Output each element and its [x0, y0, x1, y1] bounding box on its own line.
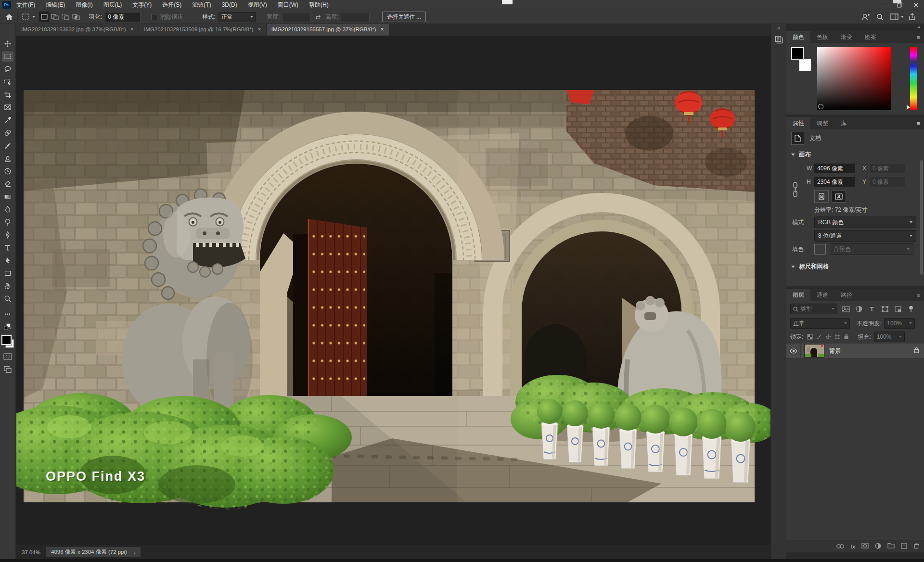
canvas-height-input[interactable]: 2304 像素: [814, 177, 855, 187]
tab-channels[interactable]: 通道: [810, 289, 834, 301]
subtract-from-selection-button[interactable]: [60, 12, 71, 22]
home-icon[interactable]: [4, 12, 14, 22]
chevron-right-icon[interactable]: ›: [134, 549, 136, 555]
pen-tool[interactable]: [2, 230, 13, 240]
select-and-mask-button[interactable]: 选择并遮住 ...: [382, 12, 425, 22]
spot-healing-brush-tool[interactable]: [2, 128, 13, 138]
brush-tool[interactable]: [2, 140, 13, 151]
tab-color[interactable]: 颜色: [786, 31, 810, 43]
hue-slider[interactable]: [910, 47, 917, 110]
foreground-color-swatch[interactable]: [1, 335, 12, 345]
path-selection-tool[interactable]: [2, 255, 13, 266]
tab-swatches[interactable]: 色板: [810, 31, 834, 43]
search-icon[interactable]: [874, 12, 885, 22]
new-selection-button[interactable]: [39, 12, 50, 22]
portrait-orientation-button[interactable]: [814, 190, 829, 203]
link-layers-icon[interactable]: [836, 543, 844, 550]
fill-contents-dropdown[interactable]: 背景色: [830, 243, 913, 255]
tab-patterns[interactable]: 图案: [859, 31, 883, 43]
swap-width-height-icon[interactable]: ⇄: [313, 12, 323, 22]
tab-libraries[interactable]: 库: [834, 117, 853, 129]
clone-stamp-tool[interactable]: [2, 153, 13, 164]
menu-type[interactable]: 文字(Y): [127, 0, 157, 10]
filter-pixel-layers-icon[interactable]: [841, 305, 850, 314]
layer-thumbnail[interactable]: [804, 344, 824, 358]
tab-paths[interactable]: 路径: [834, 289, 859, 301]
dodge-tool[interactable]: [2, 217, 13, 227]
properties-scrollbar[interactable]: [920, 160, 923, 275]
canvas-area[interactable]: OPPO Find X3 OPPO Find X3: [16, 36, 770, 545]
blend-mode-dropdown[interactable]: 正常: [790, 318, 850, 329]
collapse-panels-icon[interactable]: »: [917, 24, 920, 30]
lock-artboard-icon[interactable]: [833, 332, 842, 342]
panel-menu-icon[interactable]: ≡: [916, 289, 924, 301]
share-icon[interactable]: [907, 12, 917, 22]
menu-window[interactable]: 窗口(W): [272, 0, 304, 10]
tab-gradients[interactable]: 渐变: [834, 31, 859, 43]
document-tab-3-active[interactable]: IMG20210329155557.jpg @ 37%(RGB/8*) ×: [267, 23, 389, 36]
hue-slider-arrow[interactable]: [907, 105, 910, 110]
blur-tool[interactable]: [2, 204, 13, 215]
open-image-document[interactable]: OPPO Find X3 OPPO Find X3: [24, 90, 755, 502]
document-tab-2[interactable]: IMG20210329153509.jpg @ 16.7%(RGB/8*) ×: [139, 23, 267, 36]
layer-filter-type-dropdown[interactable]: 类型: [790, 304, 837, 314]
hand-tool[interactable]: [2, 281, 13, 291]
document-info-field[interactable]: 4096 像素 x 2304 像素 (72 ppi) ›: [46, 547, 141, 557]
menu-image[interactable]: 图像(I): [70, 0, 98, 10]
antialias-checkbox[interactable]: [151, 14, 157, 20]
add-to-selection-button[interactable]: [50, 12, 60, 22]
photo-canvas-image[interactable]: OPPO Find X3 OPPO Find X3: [24, 90, 755, 502]
canvas-width-input[interactable]: 4096 像素: [814, 164, 855, 173]
filter-type-layers-icon[interactable]: T: [867, 305, 876, 314]
feather-input[interactable]: 0 像素: [105, 12, 141, 22]
frame-tool[interactable]: [2, 102, 13, 113]
menu-3d[interactable]: 3D(D): [217, 0, 243, 10]
foreground-background-swatches[interactable]: [1, 335, 14, 348]
lock-pixels-icon[interactable]: [814, 332, 823, 342]
default-swap-colors-icon[interactable]: [2, 322, 13, 332]
color-saturation-field[interactable]: [817, 47, 891, 110]
lock-all-icon[interactable]: [842, 332, 851, 342]
lock-transparency-icon[interactable]: [805, 332, 814, 342]
close-icon[interactable]: ×: [380, 27, 384, 32]
marquee-tool-preset-icon[interactable]: [21, 12, 31, 22]
new-layer-icon[interactable]: [901, 543, 907, 550]
eraser-tool[interactable]: [2, 179, 13, 189]
workspace-icon[interactable]: [889, 12, 899, 22]
style-dropdown[interactable]: 正常: [218, 12, 256, 22]
menu-file[interactable]: 文件(F): [11, 0, 40, 10]
new-group-icon[interactable]: [887, 543, 895, 550]
close-icon[interactable]: ×: [257, 27, 261, 32]
filter-smart-objects-icon[interactable]: [893, 305, 902, 314]
canvas-y-input[interactable]: 0 像素: [869, 177, 906, 187]
menu-filter[interactable]: 滤镜(T): [187, 0, 216, 10]
lock-position-icon[interactable]: [823, 332, 833, 342]
panel-menu-icon[interactable]: ≡: [916, 31, 924, 43]
link-dimensions-icon[interactable]: [792, 181, 798, 199]
adjustment-layer-icon[interactable]: [875, 543, 881, 550]
intersect-selection-button[interactable]: [71, 12, 81, 22]
canvas-x-input[interactable]: 0 像素: [869, 163, 906, 174]
canvas-section-header[interactable]: 画布: [786, 147, 924, 162]
gradient-tool[interactable]: [2, 192, 13, 202]
foreground-color-swatch[interactable]: [791, 47, 804, 60]
layer-row-background[interactable]: 背景: [786, 344, 924, 358]
rectangle-tool[interactable]: [2, 268, 13, 278]
filter-shape-layers-icon[interactable]: [880, 305, 889, 314]
minimize-button[interactable]: —: [875, 0, 891, 10]
object-selection-tool[interactable]: [2, 77, 13, 87]
crop-tool[interactable]: [2, 89, 13, 100]
background-color-swatch[interactable]: [799, 59, 811, 71]
workspace-caret[interactable]: [901, 16, 904, 18]
layer-mask-icon[interactable]: [861, 543, 869, 550]
type-tool[interactable]: [2, 243, 13, 253]
bit-depth-dropdown[interactable]: 8 位/通道: [814, 230, 916, 242]
close-icon[interactable]: ×: [130, 27, 134, 32]
layer-fill-dropdown[interactable]: 100%: [874, 332, 905, 342]
opacity-dropdown[interactable]: 100%: [884, 318, 915, 329]
zoom-tool[interactable]: [2, 294, 13, 304]
move-tool[interactable]: [2, 38, 13, 49]
menu-select[interactable]: 选择(S): [157, 0, 187, 10]
filter-pin-icon[interactable]: [906, 305, 915, 314]
menu-view[interactable]: 视图(V): [243, 0, 272, 10]
